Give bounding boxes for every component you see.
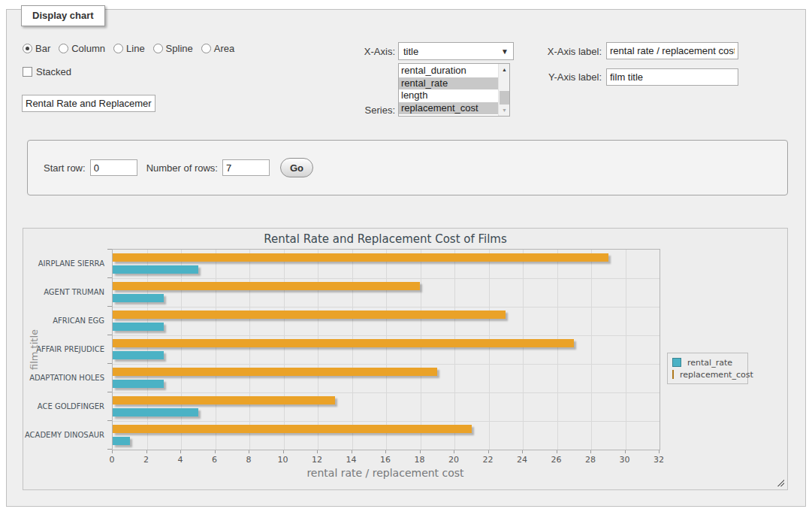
- scroll-up-icon[interactable]: ▲: [499, 64, 510, 75]
- chart-type-label: Line: [126, 43, 145, 54]
- x-axis-label-input[interactable]: [606, 42, 738, 59]
- radio-icon[interactable]: [59, 44, 68, 53]
- bar-replacement_cost: [113, 339, 574, 347]
- chart-title: Rental Rate and Replacement Cost of Film…: [112, 232, 659, 246]
- x-tick-mark: [112, 450, 113, 453]
- start-row-input[interactable]: [90, 159, 137, 176]
- x-axis-select[interactable]: title ▼: [398, 42, 514, 60]
- chart-x-axis-title: rental rate / replacement cost: [112, 467, 659, 479]
- go-button[interactable]: Go: [280, 158, 313, 177]
- chart-title-input[interactable]: [22, 95, 155, 112]
- chart-type-label: Bar: [35, 43, 50, 54]
- bar-replacement_cost: [113, 311, 506, 319]
- y-axis-label-input[interactable]: [606, 68, 738, 86]
- legend-swatch: [672, 358, 681, 367]
- x-tick-label: 28: [578, 455, 603, 465]
- legend-swatch: [672, 370, 674, 379]
- x-tick-mark: [180, 450, 181, 453]
- category-label: AIRPLANE SIERRA: [23, 249, 104, 277]
- grid-line: [113, 421, 660, 422]
- grid-line: [352, 250, 353, 450]
- page: Display chart BarColumnLineSplineArea St…: [0, 0, 812, 512]
- y-tick-mark: [107, 306, 112, 307]
- radio-icon[interactable]: [23, 44, 32, 53]
- x-tick-mark: [283, 450, 284, 453]
- category-label: AFFAIR PREJUDICE: [23, 335, 104, 363]
- grid-line: [113, 335, 660, 336]
- bar-replacement_cost: [113, 396, 335, 404]
- start-row-label: Start row:: [44, 162, 86, 174]
- x-tick-mark: [557, 450, 557, 453]
- y-axis-label-label: Y-Axis label:: [518, 71, 602, 83]
- x-tick-label: 16: [373, 455, 398, 465]
- x-tick-label: 26: [544, 455, 569, 465]
- grid-line: [216, 250, 216, 450]
- grid-line: [113, 278, 660, 279]
- x-tick-mark: [352, 450, 352, 453]
- category-label: ACE GOLDFINGER: [23, 392, 104, 420]
- x-tick-mark: [590, 450, 591, 453]
- bar-rental_rate: [113, 380, 164, 388]
- x-tick-mark: [420, 450, 421, 453]
- x-tick-mark: [625, 450, 626, 453]
- y-tick-mark: [107, 392, 112, 392]
- x-tick-label: 14: [339, 455, 364, 465]
- scroll-down-icon[interactable]: ▼: [499, 105, 510, 116]
- fieldset-legend: Display chart: [21, 5, 105, 26]
- x-tick-mark: [317, 450, 318, 453]
- x-tick-label: 24: [509, 455, 535, 465]
- grid-line: [113, 364, 660, 365]
- x-tick-label: 18: [407, 455, 433, 465]
- bar-replacement_cost: [113, 425, 472, 433]
- grid-line: [284, 250, 285, 450]
- grid-line: [489, 250, 490, 450]
- x-tick-mark: [215, 450, 216, 453]
- grid-line: [181, 250, 182, 450]
- chevron-down-icon: ▼: [501, 47, 509, 56]
- num-rows-input[interactable]: [222, 159, 270, 176]
- stacked-checkbox[interactable]: [23, 67, 32, 77]
- series-option[interactable]: rental_rate: [399, 77, 498, 90]
- series-scrollbar[interactable]: ▲ ▼: [498, 64, 509, 116]
- grid-line: [386, 250, 387, 450]
- series-listbox[interactable]: rental_durationrental_ratelengthreplacem…: [398, 63, 510, 117]
- chart-type-label: Area: [214, 43, 234, 54]
- series-option[interactable]: length: [399, 89, 498, 102]
- chart-type-bar: Bar: [23, 43, 50, 54]
- chart-type-label: Column: [71, 43, 105, 54]
- bar-rental_rate: [113, 351, 164, 359]
- x-tick-label: 10: [270, 455, 296, 465]
- x-tick-label: 22: [475, 455, 501, 465]
- x-tick-mark: [454, 450, 454, 453]
- grid-line: [591, 250, 592, 450]
- grid-line: [523, 250, 524, 450]
- y-tick-mark: [107, 420, 112, 421]
- series-option[interactable]: replacement_cost: [399, 102, 498, 115]
- chart-plot-area: [112, 249, 660, 450]
- scrollbar-thumb[interactable]: [500, 91, 509, 105]
- radio-icon[interactable]: [201, 44, 211, 53]
- category-label: AGENT TRUMAN: [23, 277, 104, 306]
- series-listbox-label: Series:: [331, 105, 395, 116]
- resize-grip-icon[interactable]: [776, 478, 784, 486]
- x-tick-mark: [385, 450, 386, 453]
- x-tick-label: 0: [99, 455, 125, 465]
- x-axis-select-label: X-Axis:: [331, 46, 395, 57]
- bar-rental_rate: [113, 294, 164, 302]
- x-tick-mark: [488, 450, 489, 453]
- x-tick-label: 4: [168, 455, 193, 465]
- series-option[interactable]: rental_duration: [399, 65, 498, 77]
- y-tick-mark: [107, 449, 112, 450]
- legend-item: rental_rate: [672, 356, 743, 368]
- num-rows-label: Number of rows:: [146, 162, 218, 174]
- radio-icon[interactable]: [153, 44, 163, 53]
- y-tick-mark: [107, 277, 112, 278]
- chart-container: Rental Rate and Replacement Cost of Film…: [23, 228, 788, 490]
- x-tick-label: 12: [304, 455, 330, 465]
- radio-icon[interactable]: [113, 44, 123, 53]
- x-tick-label: 20: [441, 455, 466, 465]
- x-tick-label: 30: [612, 455, 638, 465]
- legend-label: replacement_cost: [680, 370, 753, 380]
- chart-type-spline: Spline: [153, 43, 193, 54]
- x-axis-label-label: X-Axis label:: [518, 46, 602, 57]
